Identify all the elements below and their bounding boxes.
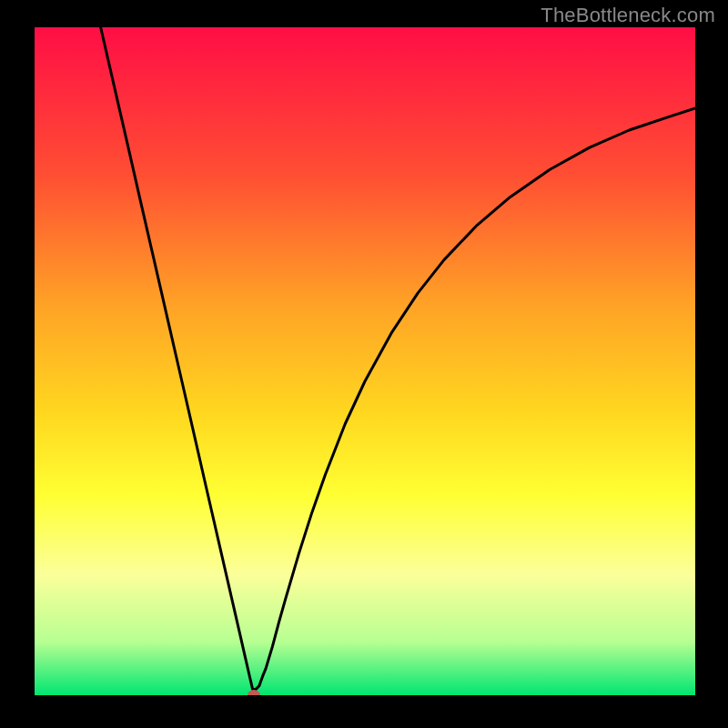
chart-background [35,27,695,695]
watermark-text: TheBottleneck.com [541,4,715,27]
plot-area [35,27,695,695]
chart-frame: TheBottleneck.com [0,0,728,728]
chart-svg [35,27,695,695]
